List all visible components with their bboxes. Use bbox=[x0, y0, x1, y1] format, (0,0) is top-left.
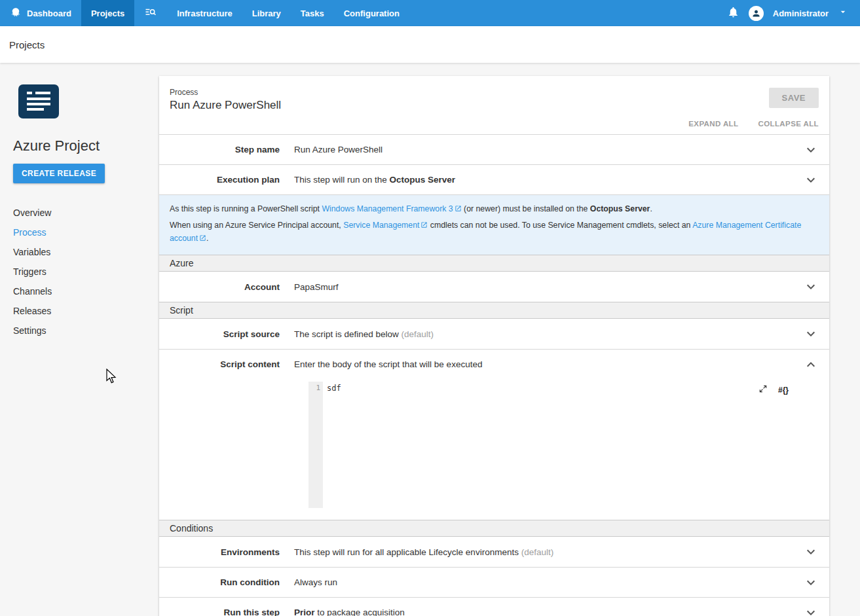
account-value: PapaSmurf bbox=[294, 282, 798, 292]
collapse-all-button[interactable]: COLLAPSE ALL bbox=[758, 120, 819, 128]
process-step-card: Process Run Azure PowerShell SAVE EXPAND… bbox=[159, 76, 829, 616]
nav-infrastructure[interactable]: Infrastructure bbox=[167, 0, 242, 26]
project-nav: Overview Process Variables Triggers Chan… bbox=[13, 203, 159, 340]
nav-library[interactable]: Library bbox=[242, 0, 291, 26]
page-title: Run Azure PowerShell bbox=[170, 99, 281, 112]
expand-collapse-controls: EXPAND ALL COLLAPSE ALL bbox=[159, 112, 829, 134]
script-source-label: Script source bbox=[170, 329, 294, 339]
editor-toolbar: #{} bbox=[758, 384, 789, 396]
editor-code-area[interactable]: sdf bbox=[323, 382, 816, 508]
row-environments[interactable]: Environments This step will run for all … bbox=[159, 537, 829, 567]
nav-projects-label: Projects bbox=[91, 9, 124, 18]
section-script: Script bbox=[159, 302, 829, 319]
row-run-condition[interactable]: Run condition Always run bbox=[159, 567, 829, 597]
octopus-logo-icon bbox=[10, 7, 22, 20]
external-link-icon bbox=[455, 204, 462, 216]
row-execution-plan[interactable]: Execution plan This step will run on the… bbox=[159, 164, 829, 194]
nav-tasks-label: Tasks bbox=[301, 9, 324, 18]
nav-search[interactable] bbox=[134, 0, 167, 26]
card-header: Process Run Azure PowerShell SAVE bbox=[159, 76, 829, 112]
expand-all-button[interactable]: EXPAND ALL bbox=[688, 120, 738, 128]
sidebar-item-settings[interactable]: Settings bbox=[13, 321, 159, 340]
info-paragraph-2: When using an Azure Service Principal ac… bbox=[170, 219, 819, 245]
fullscreen-icon[interactable] bbox=[758, 384, 768, 396]
step-name-label: Step name bbox=[170, 145, 294, 154]
run-this-step-label: Run this step bbox=[170, 607, 294, 616]
notifications-bell-icon[interactable] bbox=[727, 6, 739, 21]
run-condition-label: Run condition bbox=[170, 577, 294, 587]
execution-plan-label: Execution plan bbox=[170, 175, 294, 185]
run-condition-value: Always run bbox=[294, 577, 798, 587]
chevron-down-icon[interactable] bbox=[803, 279, 819, 295]
chevron-down-icon[interactable] bbox=[803, 575, 819, 590]
row-step-name[interactable]: Step name Run Azure PowerShell bbox=[159, 134, 829, 164]
nav-right-group: Administrator bbox=[727, 0, 860, 26]
search-icon bbox=[144, 7, 157, 20]
row-script-content[interactable]: Script content Enter the body of the scr… bbox=[159, 349, 829, 379]
project-name: Azure Project bbox=[13, 137, 159, 154]
nav-dashboard[interactable]: Dashboard bbox=[0, 0, 81, 26]
insert-variable-icon[interactable]: #{} bbox=[778, 386, 789, 395]
top-navigation: Dashboard Projects Infrastructure Librar… bbox=[0, 0, 860, 26]
script-code-editor[interactable]: 1 sdf #{} bbox=[308, 382, 816, 508]
step-name-value: Run Azure PowerShell bbox=[294, 145, 798, 154]
card-overline: Process bbox=[170, 88, 281, 97]
row-account[interactable]: Account PapaSmurf bbox=[159, 272, 829, 302]
external-link-icon bbox=[421, 220, 428, 232]
editor-line-gutter: 1 bbox=[308, 382, 323, 508]
chevron-down-icon[interactable] bbox=[803, 544, 819, 560]
nav-configuration-label: Configuration bbox=[344, 9, 400, 18]
nav-dashboard-label: Dashboard bbox=[27, 9, 71, 18]
row-script-source[interactable]: Script source The script is defined belo… bbox=[159, 319, 829, 349]
section-azure: Azure bbox=[159, 255, 829, 272]
run-this-step-value: Prior to package acquisition bbox=[294, 607, 798, 616]
script-content-label: Script content bbox=[170, 359, 294, 369]
breadcrumb: Projects bbox=[9, 39, 45, 50]
script-source-value: The script is defined below (default) bbox=[294, 329, 798, 339]
sidebar-item-triggers[interactable]: Triggers bbox=[13, 262, 159, 281]
service-management-link[interactable]: Service Management bbox=[343, 221, 419, 230]
powershell-info-note: As this step is running a PowerShell scr… bbox=[159, 194, 829, 255]
script-editor-wrap: 1 sdf #{} bbox=[159, 379, 829, 520]
chevron-down-icon[interactable] bbox=[803, 142, 819, 158]
sidebar-item-variables[interactable]: Variables bbox=[13, 242, 159, 262]
page-content: Azure Project CREATE RELEASE Overview Pr… bbox=[0, 63, 860, 616]
wmf3-link[interactable]: Windows Management Framework 3 bbox=[322, 204, 453, 213]
chevron-up-icon[interactable] bbox=[803, 357, 819, 372]
chevron-down-icon[interactable] bbox=[803, 172, 819, 188]
nav-library-label: Library bbox=[252, 9, 281, 18]
user-menu-caret-icon[interactable] bbox=[838, 7, 848, 20]
nav-spacer bbox=[409, 0, 727, 26]
environments-label: Environments bbox=[170, 547, 294, 557]
nav-projects[interactable]: Projects bbox=[81, 0, 134, 26]
sidebar-item-channels[interactable]: Channels bbox=[13, 281, 159, 301]
execution-plan-value: This step will run on the Octopus Server bbox=[294, 175, 798, 185]
save-button[interactable]: SAVE bbox=[769, 88, 819, 108]
nav-tasks[interactable]: Tasks bbox=[291, 0, 334, 26]
script-content-value: Enter the body of the script that will b… bbox=[294, 359, 798, 369]
project-sidebar: Azure Project CREATE RELEASE Overview Pr… bbox=[0, 63, 159, 340]
chevron-down-icon[interactable] bbox=[803, 326, 819, 342]
user-name: Administrator bbox=[773, 9, 829, 18]
external-link-icon bbox=[199, 233, 206, 245]
create-release-button[interactable]: CREATE RELEASE bbox=[13, 164, 105, 183]
environments-value: This step will run for all applicable Li… bbox=[294, 547, 798, 557]
user-avatar[interactable] bbox=[749, 6, 764, 21]
section-conditions: Conditions bbox=[159, 520, 829, 537]
breadcrumb-bar: Projects bbox=[0, 26, 860, 63]
info-paragraph-1: As this step is running a PowerShell scr… bbox=[170, 203, 819, 216]
nav-infrastructure-label: Infrastructure bbox=[177, 9, 233, 18]
sidebar-item-overview[interactable]: Overview bbox=[13, 203, 159, 223]
account-label: Account bbox=[170, 282, 294, 292]
project-logo bbox=[18, 84, 60, 119]
sidebar-item-releases[interactable]: Releases bbox=[13, 301, 159, 321]
row-run-this-step[interactable]: Run this step Prior to package acquisiti… bbox=[159, 597, 829, 616]
chevron-down-icon[interactable] bbox=[803, 605, 819, 616]
nav-configuration[interactable]: Configuration bbox=[334, 0, 409, 26]
sidebar-item-process[interactable]: Process bbox=[13, 223, 159, 242]
